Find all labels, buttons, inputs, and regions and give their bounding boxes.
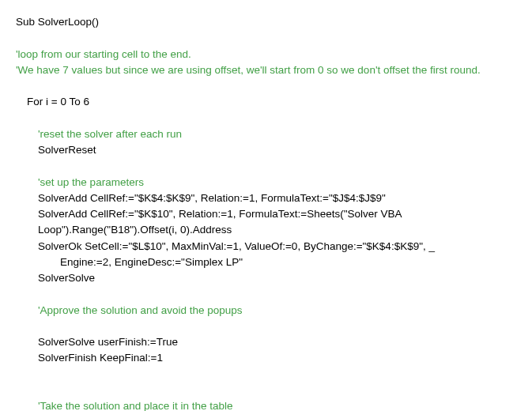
code-statement: SolverReset <box>16 142 516 158</box>
blank-line <box>16 30 516 46</box>
code-comment: 'We have 7 values but since we are using… <box>16 62 516 78</box>
code-statement: SolverOk SetCell:="$L$10", MaxMinVal:=1,… <box>16 239 516 255</box>
blank-line <box>16 286 516 302</box>
code-statement: Sub SolverLoop() <box>16 14 516 30</box>
blank-line <box>16 158 516 174</box>
blank-line <box>16 383 516 398</box>
blank-line <box>16 319 516 334</box>
code-comment: 'Take the solution and place it in the t… <box>16 398 516 411</box>
code-statement: SolverFinish KeepFinal:=1 <box>16 350 516 366</box>
code-statement: For i = 0 To 6 <box>16 94 516 110</box>
code-comment: 'reset the solver after each run <box>16 126 516 142</box>
code-comment: 'set up the parameters <box>16 175 516 190</box>
vba-code-block: Sub SolverLoop()'loop from our starting … <box>16 14 516 411</box>
code-statement: SolverAdd CellRef:="$K$10", Relation:=1,… <box>16 206 516 239</box>
code-comment: 'loop from our starting cell to the end. <box>16 47 516 62</box>
code-statement: SolverSolve userFinish:=True <box>16 334 516 350</box>
code-comment: 'Approve the solution and avoid the popu… <box>16 303 516 319</box>
blank-line <box>16 111 516 126</box>
blank-line <box>16 78 516 94</box>
code-statement: SolverSolve <box>16 270 516 286</box>
code-statement: SolverAdd CellRef:="$K$4:$K$9", Relation… <box>16 190 516 206</box>
code-statement: Engine:=2, EngineDesc:="Simplex LP" <box>16 255 516 270</box>
blank-line <box>16 367 516 383</box>
